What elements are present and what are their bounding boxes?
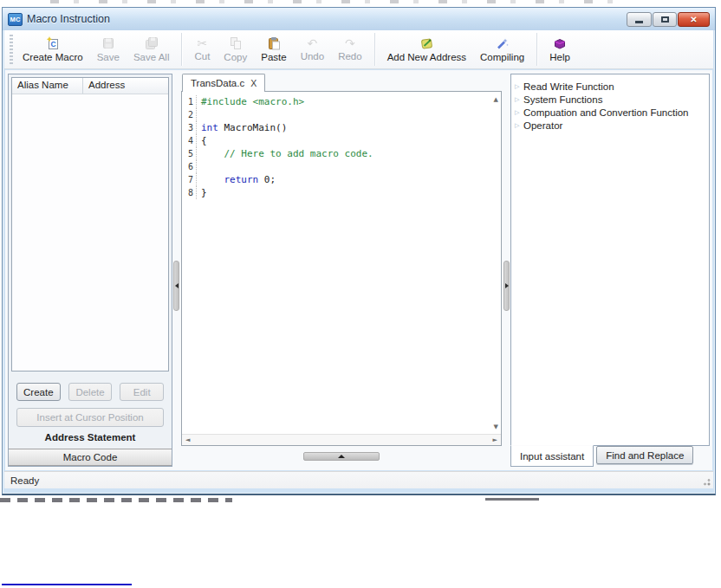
add-new-address-button[interactable]: Add New Address — [380, 31, 473, 68]
expander-icon[interactable]: ▷ — [515, 109, 523, 116]
bottom-collapse-row — [181, 446, 502, 467]
cut-button: ✂ Cut — [187, 31, 217, 68]
window-title: Macro Instruction — [27, 13, 110, 25]
right-splitter-handle[interactable] — [503, 261, 510, 311]
right-splitter — [503, 74, 510, 467]
left-splitter-handle[interactable] — [173, 261, 179, 311]
horizontal-scrollbar[interactable]: ◄ ► — [182, 434, 501, 445]
paste-button[interactable]: Paste — [254, 31, 293, 68]
function-tree: ▷Read Write Function▷System Functions▷Co… — [510, 74, 710, 446]
tab-transdata[interactable]: TransData.c X — [182, 74, 265, 92]
table-header-row: Alias Name Address — [12, 78, 168, 94]
address-statement-caption[interactable]: Address Statement — [9, 427, 172, 449]
toolbar-grip[interactable] — [10, 35, 13, 64]
tab-find-and-replace[interactable]: Find and Replace — [596, 446, 693, 464]
code-line: 4{ — [184, 134, 489, 147]
add-new-address-icon — [419, 36, 434, 50]
window-controls: ✕ — [627, 12, 710, 27]
function-panel: ▷Read Write Function▷System Functions▷Co… — [510, 74, 710, 467]
copy-icon — [229, 36, 243, 50]
cut-icon: ✂ — [198, 37, 208, 49]
scroll-up-icon[interactable]: ▲ — [494, 97, 498, 103]
titlebar: MC Macro Instruction ✕ — [3, 8, 715, 30]
scroll-right-icon[interactable]: ► — [493, 437, 497, 443]
expander-icon[interactable]: ▷ — [515, 83, 523, 90]
compiling-button[interactable]: Compiling — [473, 31, 531, 68]
save-icon — [101, 36, 115, 50]
collapse-right-icon — [505, 283, 509, 288]
page-artifact-bottom — [485, 498, 539, 501]
macro-code-bar[interactable]: Macro Code — [9, 449, 172, 466]
status-bar: Ready — [4, 471, 713, 488]
assistant-tabs: Input assistant Find and Replace — [510, 446, 710, 467]
address-panel: Alias Name Address Create Delete Edit In… — [8, 74, 172, 467]
page: MC Macro Instruction ✕ C Create Macro — [0, 0, 721, 588]
expander-icon[interactable]: ▷ — [515, 122, 523, 129]
expand-up-icon — [338, 455, 345, 458]
minimize-button[interactable] — [627, 12, 652, 27]
bottom-panel-expander[interactable] — [303, 452, 380, 461]
tree-item-label: Operator — [523, 120, 562, 131]
tree-item[interactable]: ▷Read Write Function — [511, 80, 709, 93]
alias-button-row: Create Delete Edit — [16, 383, 164, 401]
code-line: 7 return 0; — [184, 173, 489, 186]
save-all-button: Save All — [127, 31, 177, 68]
tab-label: TransData.c — [191, 78, 244, 88]
code-line: 8} — [184, 186, 489, 199]
help-icon — [553, 36, 567, 50]
redo-icon: ↷ — [345, 37, 355, 49]
create-macro-icon: C — [46, 36, 60, 50]
tree-item[interactable]: ▷System Functions — [511, 93, 709, 106]
alias-list[interactable] — [12, 94, 168, 371]
editor-column: TransData.c X 1#include <macro.h>23int M… — [180, 74, 503, 467]
resize-grip-icon[interactable] — [699, 475, 711, 486]
editor-box: 1#include <macro.h>23int MacroMain()4{5 … — [181, 91, 502, 446]
create-macro-button[interactable]: C Create Macro — [16, 31, 90, 68]
code-line: 1#include <macro.h> — [184, 95, 489, 108]
hyperlink-underline — [2, 584, 132, 585]
maximize-button[interactable] — [653, 12, 677, 27]
alias-address-table: Alias Name Address — [11, 77, 169, 372]
scroll-left-icon[interactable]: ◄ — [185, 437, 190, 443]
code-line: 5 // Here to add macro code. — [184, 147, 489, 160]
alias-name-column-header[interactable]: Alias Name — [12, 78, 83, 94]
compiling-icon — [496, 36, 510, 50]
tree-item[interactable]: ▷Operator — [511, 119, 709, 132]
delete-button: Delete — [68, 383, 113, 401]
app-icon: MC — [8, 13, 23, 26]
save-all-icon — [145, 36, 159, 50]
tree-item-label: Read Write Function — [523, 81, 614, 92]
save-button: Save — [90, 31, 127, 68]
client-area: Alias Name Address Create Delete Edit In… — [5, 70, 712, 470]
create-button[interactable]: Create — [16, 383, 61, 401]
code-editor[interactable]: 1#include <macro.h>23int MacroMain()4{5 … — [182, 92, 501, 434]
editor-tabbar: TransData.c X — [181, 74, 502, 92]
toolbar: C Create Macro Save Save — [4, 30, 713, 69]
status-text: Ready — [10, 475, 39, 486]
insert-at-cursor-button: Insert at Cursor Position — [16, 408, 164, 427]
code-lines: 1#include <macro.h>23int MacroMain()4{5 … — [184, 95, 489, 199]
code-line: 2 — [184, 108, 489, 121]
code-line: 6 — [184, 160, 489, 173]
left-splitter — [172, 74, 180, 467]
collapse-left-icon — [175, 283, 179, 288]
redo-button: ↷ Redo — [331, 31, 369, 68]
undo-button: ↶ Undo — [294, 31, 332, 68]
close-button[interactable]: ✕ — [678, 12, 710, 27]
tab-close-icon[interactable]: X — [250, 78, 257, 88]
help-button[interactable]: Help — [542, 31, 577, 68]
tree-item[interactable]: ▷Compuation and Convertion Function — [511, 106, 709, 119]
edit-button: Edit — [120, 383, 164, 401]
tab-input-assistant[interactable]: Input assistant — [510, 445, 594, 467]
scroll-down-icon[interactable]: ▼ — [494, 424, 498, 430]
toolbar-separator — [181, 33, 182, 66]
tree-item-label: System Functions — [523, 94, 602, 105]
code-line: 3int MacroMain() — [184, 121, 489, 134]
expander-icon[interactable]: ▷ — [515, 96, 523, 103]
address-column-header[interactable]: Address — [83, 78, 130, 94]
undo-icon: ↶ — [308, 37, 318, 49]
paste-icon — [267, 36, 281, 50]
toolbar-separator — [536, 33, 537, 66]
page-artifact-bottom — [0, 498, 232, 502]
svg-text:C: C — [50, 40, 55, 48]
